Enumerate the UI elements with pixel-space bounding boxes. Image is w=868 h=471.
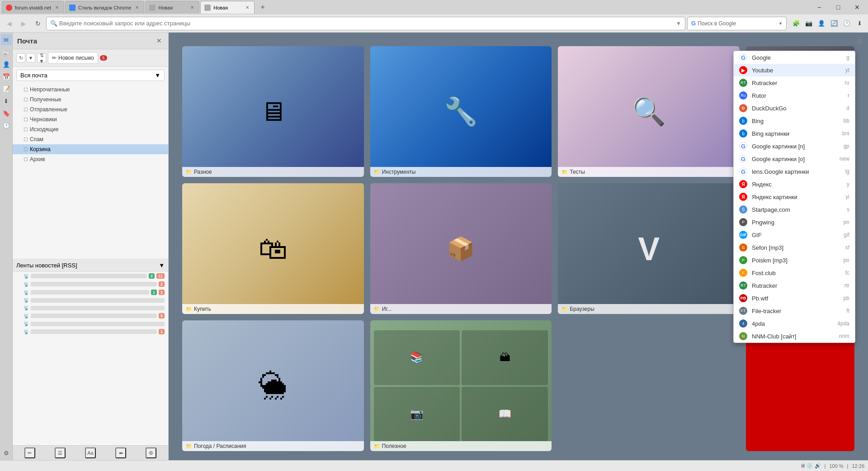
sidebar-bookmarks-icon[interactable]: 🔖 [1,108,12,119]
folder-unread[interactable]: ☐ Непрочитанные [13,85,168,95]
dropdown-google-images-n[interactable]: G Google картинки [n] gp [734,140,855,152]
sidebar-downloads-icon[interactable]: ⬇ [1,95,12,106]
new-tab-button[interactable]: + [256,1,269,14]
dropdown-google-images-o[interactable]: G Google картинки [o] new [734,152,855,165]
tile-unknown[interactable]: 📦 📁 Иг... [370,183,552,314]
rss-list: 📡 2 11 📡 2 📡 1 1 📡 [13,272,168,445]
maximize-button[interactable]: □ [829,0,847,14]
tile-useful[interactable]: 📚 🏔 📷 📖 📁 Полезное [370,320,552,451]
dropdown-poiskm[interactable]: P Poiskm [mp3] po [734,254,855,266]
tile-buy[interactable]: 🛍 📁 Купить [182,183,364,314]
tab-new-2[interactable]: Новая ✕ [200,1,255,14]
new-tab-settings-icon[interactable]: ⚙ [854,36,864,46]
dropdown-rutracker2[interactable]: RT Rutracker rtr [734,279,855,292]
sidebar-history-icon[interactable]: 🕐 [1,120,12,131]
tab-close-chrome[interactable]: ✕ [134,5,140,11]
search-bar[interactable]: G Поиск в Google ▼ [687,17,787,30]
folder-selector[interactable]: Вся почта ▼ [16,70,165,81]
tile-browsers[interactable]: V 📁 Браузеры [558,183,740,314]
tab-chrome-style[interactable]: Стиль вкладок Chrome ✕ [65,1,144,14]
dropdown-yandex[interactable]: Я Яндекс y [734,178,855,190]
minimize-button[interactable]: − [810,0,828,14]
tile-misc[interactable]: 🖥 📁 Разное [182,46,364,177]
dropdown-pbwtf[interactable]: PB Pb.wtf pb [734,292,855,304]
folder-drafts[interactable]: ☐ Черновики [13,114,168,124]
folder-sent[interactable]: ☐ Отправленные [13,105,168,114]
dropdown-google[interactable]: G Google g [734,51,855,64]
search-dropdown-arrow-icon[interactable]: ▼ [778,21,783,26]
rss-section-header[interactable]: Ленты новостей [RSS] ▼ [13,259,168,272]
address-input[interactable] [59,20,674,27]
dropdown-pngwing[interactable]: P Pngwing pn [734,216,855,228]
dropdown-rutracker[interactable]: RT Rutracker ru [734,76,855,89]
dropdown-sefon[interactable]: S Sefon [mp3] sf [734,241,855,254]
capture-button[interactable]: 📷 [803,18,815,29]
mail-filter-btn[interactable]: ▼ [26,53,35,62]
sync-button[interactable]: 🔄 [828,18,840,29]
rss-item-5[interactable]: 📡 [13,304,168,312]
extensions-button[interactable]: 🧩 [790,18,802,29]
dropdown-youtube[interactable]: ▶ Youtube yt [734,64,855,76]
mail-text-bottom[interactable]: Aa [85,447,96,458]
folder-inbox[interactable]: ☐ Полученные [13,95,168,105]
mail-panel-close[interactable]: ✕ [155,36,164,45]
dropdown-gif[interactable]: GIF GIF gif [734,228,855,241]
tab-close-vivaldi[interactable]: ✕ [54,5,60,11]
dropdown-fostclub[interactable]: F Fost.club fc [734,266,855,279]
tile-tests[interactable]: 🔍 📁 Тесты [558,46,740,177]
sidebar-notes-icon[interactable]: 📝 [1,83,12,94]
sidebar-contacts-icon[interactable]: 👤 [1,59,12,70]
tab-close-new1[interactable]: ✕ [189,5,195,11]
dropdown-shortcut-4pda: 4pda [837,320,849,327]
rss-item-3[interactable]: 📡 1 1 [13,288,168,296]
dropdown-4pda[interactable]: 4 4pda 4pda [734,317,855,330]
mail-compose-bottom[interactable]: ✏ [24,447,35,458]
new-mail-button[interactable]: ✏ Новое письмо [48,52,98,64]
dropdown-duckduck[interactable]: D DuckDuckGo d [734,102,855,114]
tile-tools[interactable]: 🔧 📁 Инструменты [370,46,552,177]
address-dropdown-arrow[interactable]: ▼ [676,20,681,27]
downloads-button[interactable]: ⬇ [854,18,865,29]
rss-item-7[interactable]: 📡 [13,320,168,328]
sidebar-calendar-icon[interactable]: 📅 [1,71,12,82]
dropdown-shortcut-rutracker2: rtr [844,282,849,289]
dropdown-rutor[interactable]: Ru Rutor r [734,89,855,102]
rss-item-6[interactable]: 📡 5 [13,312,168,320]
dropdown-startpage[interactable]: S Startpage.com s [734,203,855,216]
tab-new-1[interactable]: Новая ✕ [145,1,199,14]
address-bar[interactable]: 🔍 ▼ [46,17,685,30]
sidebar-rss-icon[interactable]: 📰 [1,47,12,57]
tab-vivaldi[interactable]: forum.vivaldi.net ✕ [2,1,64,14]
rss-item-8[interactable]: 📡 1 [13,328,168,336]
sidebar-settings-icon[interactable]: ⚙ [1,447,12,458]
dropdown-bing-images[interactable]: b Bing картинки bni [734,127,855,140]
dropdown-filetracker[interactable]: FT File-tracker ft [734,304,855,317]
dropdown-bing[interactable]: b Bing bb [734,114,855,127]
dropdown-label-rutracker2: Rutracker [752,282,840,289]
rss-item-4[interactable]: 📡 [13,296,168,304]
sidebar-mail-icon[interactable]: ✉ [1,34,12,45]
mail-list-bottom[interactable]: ☰ [55,447,66,458]
folder-archive[interactable]: ☐ Архив [13,154,168,164]
close-button[interactable]: ✕ [848,0,866,14]
tile-weather[interactable]: 🌦 📁 Погода / Расписания [182,320,364,451]
history-button[interactable]: 🕐 [841,18,853,29]
mail-settings-bottom[interactable]: ⚙ [146,447,156,458]
dropdown-nnmclub[interactable]: N NNM-Club [сайт] nnm [734,330,855,343]
dropdown-lens-google[interactable]: G lens.Google картинки lg [734,165,855,178]
forward-button[interactable]: ▶ [17,17,30,30]
user-button[interactable]: 👤 [816,18,827,29]
folder-trash[interactable]: ☐ Корзина [13,144,168,154]
folder-spam[interactable]: ☐ Спам [13,134,168,144]
mail-sort-btn[interactable]: ⇅ ▼ [37,53,46,62]
reload-button[interactable]: ↻ [32,17,44,30]
dropdown-label-duckduck: DuckDuckGo [752,105,842,112]
dropdown-yandex-images[interactable]: Я Яндекс картинки yi [734,190,855,203]
mail-panel-bottom[interactable]: ⬅ [115,447,126,458]
back-button[interactable]: ◀ [3,17,15,30]
tab-close-new2[interactable]: ✕ [244,5,250,11]
rss-item-2[interactable]: 📡 2 [13,280,168,288]
mail-refresh-btn[interactable]: ↻ [16,53,25,62]
folder-outgoing[interactable]: ☐ Исходящие [13,124,168,134]
rss-item-1[interactable]: 📡 2 11 [13,272,168,280]
